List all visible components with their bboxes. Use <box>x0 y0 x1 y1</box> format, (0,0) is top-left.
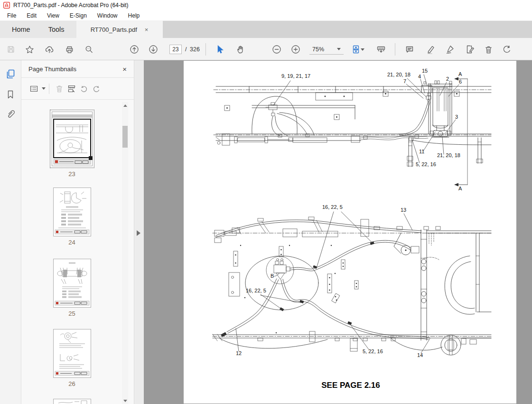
panel-close-icon[interactable]: × <box>122 65 127 73</box>
star-favorites-icon[interactable] <box>24 44 35 55</box>
thumbnail-page-23[interactable]: 23 <box>50 110 94 178</box>
page-thumbnails-panel-icon[interactable] <box>5 68 16 80</box>
callout-label: 21, 20, 18 <box>387 72 411 77</box>
page-total: 326 <box>190 46 200 53</box>
panel-scrollbar[interactable] <box>122 102 128 404</box>
edit-pdf-icon[interactable] <box>465 44 475 55</box>
tabbar-empty-space <box>163 21 532 38</box>
callout-label: 13 <box>401 207 406 213</box>
navigation-rail <box>0 60 21 404</box>
titlebar: RT700_Parts.pdf - Adobe Acrobat Pro (64-… <box>0 0 532 10</box>
delete-pages-trash-icon[interactable] <box>483 44 494 55</box>
scrollbar-up-arrow[interactable] <box>122 102 128 109</box>
toolbar: / 326 75% <box>0 38 532 60</box>
menu-view[interactable]: View <box>42 11 65 20</box>
thumbnail-selected-frame[interactable] <box>50 110 94 168</box>
menu-window[interactable]: Window <box>92 11 123 20</box>
menu-esign[interactable]: E-Sign <box>65 11 92 20</box>
print-icon[interactable] <box>64 44 75 55</box>
callout-label: 16, 22, 5 <box>322 204 343 210</box>
acrobat-window: RT700_Parts.pdf - Adobe Acrobat Pro (64-… <box>0 0 532 404</box>
callout-label: 4 <box>418 74 421 79</box>
menu-file[interactable]: File <box>2 11 21 20</box>
document-area[interactable]: 9, 19, 21, 17 21, 20, 18 15 4 7 2 A 6 3 … <box>144 60 532 404</box>
thumbnail-image <box>53 329 91 378</box>
save-icon[interactable] <box>6 44 16 55</box>
menu-edit[interactable]: Edit <box>21 11 42 20</box>
window-title: RT700_Parts.pdf - Adobe Acrobat Pro (64-… <box>13 2 129 9</box>
panel-trash-icon[interactable] <box>53 84 65 94</box>
menubar: File Edit View E-Sign Window Help <box>0 10 532 21</box>
thumbnail-list: 23 <box>21 100 122 404</box>
panel-toolbar <box>21 78 134 100</box>
callout-label: 3 <box>455 114 458 120</box>
zoom-in-icon[interactable] <box>290 44 301 55</box>
tab-tools[interactable]: Tools <box>39 21 74 38</box>
tab-close-icon[interactable]: × <box>145 27 149 33</box>
attachments-paperclip-icon[interactable] <box>5 109 16 120</box>
rotate-refresh-icon[interactable] <box>502 44 512 55</box>
callout-label: 5, 22, 16 <box>416 161 436 167</box>
scroll-mode-icon[interactable] <box>376 44 386 55</box>
hand-tool-icon[interactable] <box>235 44 246 55</box>
thumbnail-page-26[interactable]: 26 <box>53 329 91 387</box>
zoom-level-dropdown[interactable]: 75% <box>309 44 344 55</box>
static-tabs: Home Tools <box>0 21 76 38</box>
insert-pages-icon[interactable] <box>65 84 78 94</box>
main-area: Page Thumbnails × <box>0 60 532 404</box>
caret-down-icon <box>337 48 341 50</box>
panel-collapse-strip <box>134 60 144 404</box>
callout-label: 16, 22, 5 <box>246 288 266 293</box>
callout-label: 12 <box>236 350 242 356</box>
collapse-panel-icon[interactable] <box>137 230 140 236</box>
callout-label: 5, 22, 16 <box>363 348 383 354</box>
menu-help[interactable]: Help <box>123 11 145 20</box>
callout-label: 2 <box>446 76 449 82</box>
rotate-clockwise-icon[interactable] <box>90 84 103 94</box>
tab-home[interactable]: Home <box>3 21 39 38</box>
rotate-counterclockwise-icon[interactable] <box>78 84 90 94</box>
thumbnail-page-number: 24 <box>68 239 75 246</box>
thumbnail-page-number: 23 <box>68 170 75 178</box>
callout-label: 7 <box>403 78 406 84</box>
callout-label-b: B <box>271 273 274 279</box>
scrollbar-down-arrow[interactable] <box>122 397 128 404</box>
thumbnail-page-25[interactable]: 25 <box>53 259 91 317</box>
thumbnail-page-27-partial[interactable] <box>53 399 91 404</box>
thumbnail-resize-handle[interactable] <box>89 156 93 160</box>
thumbnail-options-caret-icon[interactable] <box>40 84 47 94</box>
zoom-level-value: 75% <box>312 46 324 53</box>
thumbnail-page-number: 25 <box>68 310 75 317</box>
previous-page-icon[interactable] <box>129 44 140 55</box>
tabbar: Home Tools RT700_Parts.pdf × <box>0 21 532 38</box>
thumbnail-page-24[interactable]: 24 <box>53 188 91 246</box>
page-separator: / <box>185 46 187 53</box>
parts-diagram: 9, 19, 21, 17 21, 20, 18 15 4 7 2 A 6 3 … <box>184 61 516 404</box>
share-cloud-upload-icon[interactable] <box>44 44 55 55</box>
comment-icon[interactable] <box>404 44 415 55</box>
panel-title: Page Thumbnails <box>28 66 76 73</box>
fit-page-caret-icon[interactable] <box>360 44 365 55</box>
thumbnail-image <box>53 259 91 308</box>
panel-header: Page Thumbnails × <box>21 60 134 78</box>
scrollbar-thumb[interactable] <box>122 126 128 148</box>
thumbnail-image <box>53 399 91 404</box>
zoom-out-icon[interactable] <box>271 44 282 55</box>
thumbnail-page-number: 26 <box>68 380 75 387</box>
callout-label: 14 <box>417 352 423 358</box>
search-icon[interactable] <box>84 44 94 55</box>
next-page-icon[interactable] <box>148 44 159 55</box>
page-number-input[interactable] <box>169 45 182 54</box>
callout-label: 15 <box>422 68 428 74</box>
bookmarks-panel-icon[interactable] <box>5 89 16 100</box>
tab-document[interactable]: RT700_Parts.pdf × <box>76 21 163 38</box>
highlight-icon[interactable] <box>426 44 436 55</box>
select-tool-cursor-icon[interactable] <box>215 44 225 55</box>
tab-document-label: RT700_Parts.pdf <box>91 26 137 33</box>
thumbnail-options-icon[interactable] <box>28 84 40 94</box>
fill-sign-icon[interactable] <box>445 44 455 55</box>
toolbar-separator <box>205 43 206 56</box>
section-label-a-top: A <box>458 71 462 77</box>
callout-label: 11 <box>419 149 424 154</box>
callout-label: 9, 19, 21, 17 <box>281 73 310 79</box>
